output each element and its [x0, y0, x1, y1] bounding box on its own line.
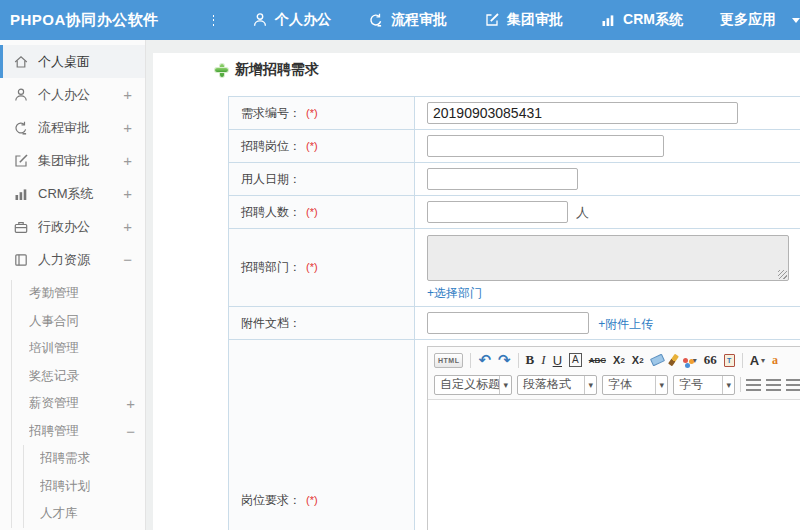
- field-label-attachment: 附件文档：: [229, 307, 415, 340]
- add-plus-icon: [215, 64, 228, 77]
- redo-button[interactable]: ↷: [498, 351, 511, 369]
- hire-date-input[interactable]: [427, 168, 578, 190]
- table-row: 附件文档： +附件上传: [229, 307, 800, 340]
- rich-text-editor: HTML ↶ ↷ B I U A ABC X2 X2: [427, 346, 800, 530]
- caret-down-icon: ▾: [499, 376, 511, 394]
- blockquote-button[interactable]: 66: [704, 352, 717, 368]
- expand-toggle[interactable]: +: [126, 395, 135, 412]
- req-no-input[interactable]: [427, 102, 738, 124]
- subscript-button[interactable]: X2: [632, 354, 644, 366]
- table-row: 需求编号：(*): [229, 97, 800, 130]
- bold-button[interactable]: B: [526, 352, 535, 368]
- align-center-icon[interactable]: [766, 379, 781, 391]
- field-label-requirement: 岗位要求：(*): [229, 340, 415, 530]
- sidebar-item-recruit-plan[interactable]: 招聘计划: [24, 473, 145, 501]
- sidebar-item-talent-pool[interactable]: 人才库: [24, 500, 145, 528]
- align-right-icon[interactable]: [786, 379, 800, 391]
- eraser-icon[interactable]: [650, 354, 665, 367]
- sidebar-item-hr[interactable]: 人力资源 −: [0, 243, 145, 276]
- bar-chart-icon: [13, 186, 29, 202]
- background-color-button[interactable]: a: [772, 353, 778, 368]
- form-panel: 新增招聘需求 需求编号：(*) 招聘岗位：(*): [153, 53, 800, 530]
- field-label-req-no: 需求编号：(*): [229, 97, 415, 130]
- sidebar-item-workflow-approval[interactable]: 流程审批 +: [0, 111, 145, 144]
- headcount-input[interactable]: [427, 201, 568, 223]
- table-row: 招聘岗位：(*): [229, 130, 800, 163]
- sidebar-item-admin-office[interactable]: 行政办公 +: [0, 210, 145, 243]
- highlight-color-button[interactable]: ▾: [683, 356, 697, 365]
- attachment-upload-link[interactable]: +附件上传: [598, 317, 653, 331]
- sidebar-item-crm[interactable]: CRM系统 +: [0, 177, 145, 210]
- home-icon: [13, 54, 29, 70]
- topnav-crm-system[interactable]: CRM系统: [600, 11, 683, 29]
- page-title: 新增招聘需求: [215, 60, 800, 80]
- expand-toggle[interactable]: +: [123, 119, 132, 136]
- topnav-more-apps[interactable]: 更多应用: [720, 11, 800, 29]
- top-bar: PHPOA协同办公软件 个人办公 流程审批 集团审批: [0, 0, 800, 40]
- caret-down-icon: ▾: [655, 376, 667, 394]
- paste-icon[interactable]: T: [724, 354, 735, 367]
- recruit-submenu: 招聘需求 招聘计划 人才库: [23, 445, 145, 528]
- flow-arrow-icon: [13, 120, 29, 136]
- expand-toggle[interactable]: +: [123, 86, 132, 103]
- sidebar-item-attendance[interactable]: 考勤管理: [12, 280, 145, 308]
- italic-button[interactable]: I: [541, 352, 545, 368]
- font-size-dropdown[interactable]: 字号▾: [673, 375, 735, 395]
- bar-chart-icon: [600, 12, 616, 28]
- sidebar-item-group-approval[interactable]: 集团审批 +: [0, 144, 145, 177]
- editor-toolbar-row1: HTML ↶ ↷ B I U A ABC X2 X2: [428, 347, 800, 373]
- sidebar-item-training[interactable]: 培训管理: [12, 335, 145, 363]
- sidebar-item-rewards[interactable]: 奖惩记录: [12, 363, 145, 391]
- font-family-dropdown[interactable]: 字体▾: [602, 375, 668, 395]
- department-textarea[interactable]: [427, 235, 789, 281]
- flow-arrow-icon: [368, 12, 384, 28]
- table-row: 招聘人数：(*) 人: [229, 196, 800, 229]
- strikethrough-button[interactable]: ABC: [589, 356, 606, 365]
- char-border-button[interactable]: A: [569, 353, 582, 367]
- sidebar-item-recruit-mgmt[interactable]: 招聘管理 −: [12, 418, 145, 446]
- sidebar-item-desktop[interactable]: 个人桌面: [0, 45, 145, 78]
- sidebar-item-recruit-demand[interactable]: 招聘需求: [24, 445, 145, 473]
- topnav-personal-office[interactable]: 个人办公: [252, 11, 331, 29]
- custom-title-dropdown[interactable]: 自定义标题▾: [434, 375, 512, 395]
- book-icon: [13, 252, 29, 268]
- required-mark: (*): [306, 494, 318, 506]
- paragraph-format-dropdown[interactable]: 段落格式▾: [517, 375, 597, 395]
- required-mark: (*): [306, 261, 318, 273]
- expand-toggle[interactable]: +: [123, 218, 132, 235]
- underline-button[interactable]: U: [553, 353, 562, 368]
- field-label-headcount: 招聘人数：(*): [229, 196, 415, 229]
- table-row: 招聘部门：(*) +选择部门: [229, 229, 800, 307]
- position-input[interactable]: [427, 135, 664, 157]
- align-left-icon[interactable]: [746, 379, 761, 391]
- person-icon: [13, 87, 29, 103]
- expand-toggle[interactable]: +: [123, 185, 132, 202]
- sidebar-item-personal-office[interactable]: 个人办公 +: [0, 78, 145, 111]
- expand-toggle[interactable]: −: [126, 423, 135, 440]
- edit-square-icon: [484, 12, 500, 28]
- person-icon: [252, 12, 268, 28]
- app-logo: PHPOA协同办公软件: [10, 11, 159, 30]
- caret-down-icon: ▾: [584, 376, 596, 394]
- expand-toggle[interactable]: +: [123, 152, 132, 169]
- caret-down-icon: [792, 18, 800, 23]
- html-source-button[interactable]: HTML: [434, 353, 463, 368]
- superscript-button[interactable]: X2: [613, 354, 625, 366]
- field-label-position: 招聘岗位：(*): [229, 130, 415, 163]
- font-color-button[interactable]: A▾: [750, 353, 765, 368]
- topnav-group-approval[interactable]: 集团审批: [484, 11, 563, 29]
- editor-toolbar-row2: 自定义标题▾ 段落格式▾ 字体▾ 字号▾: [428, 373, 800, 399]
- format-brush-icon[interactable]: [668, 354, 679, 367]
- color-palette-icon: [683, 358, 688, 363]
- select-department-link[interactable]: +选择部门: [427, 285, 482, 302]
- attachment-input[interactable]: [427, 312, 589, 334]
- editor-content-area[interactable]: [428, 399, 800, 530]
- undo-button[interactable]: ↶: [478, 351, 491, 369]
- sidebar-item-hr-contract[interactable]: 人事合同: [12, 308, 145, 336]
- required-mark: (*): [306, 140, 318, 152]
- hamburger-menu-icon[interactable]: [213, 15, 214, 26]
- sidebar-item-salary[interactable]: 薪资管理 +: [12, 390, 145, 418]
- field-label-hire-date: 用人日期：: [229, 163, 415, 196]
- expand-toggle[interactable]: −: [123, 251, 132, 268]
- topnav-workflow-approval[interactable]: 流程审批: [368, 11, 447, 29]
